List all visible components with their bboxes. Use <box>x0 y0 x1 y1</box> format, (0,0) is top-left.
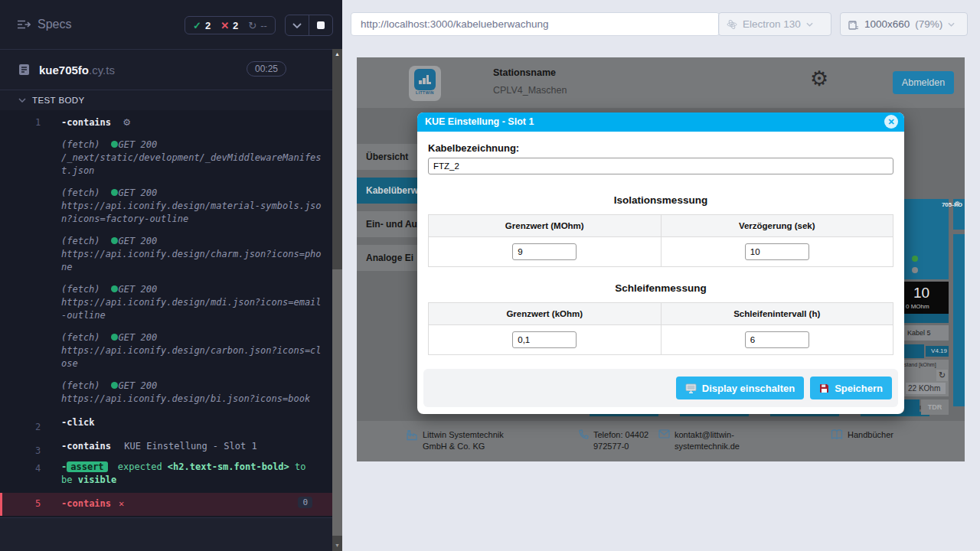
command-contains-failed[interactable]: 5 -contains✕ 0 <box>0 493 332 516</box>
modal-title: KUE Einstellung - Slot 1 <box>425 112 534 132</box>
grenzwert-mohm-input[interactable] <box>512 243 577 260</box>
littwin-logo-text: LITTWIN <box>409 90 441 95</box>
logout-button[interactable]: Abmelden <box>893 71 954 94</box>
chevron-down-icon <box>18 98 26 103</box>
browser-select[interactable]: Electron 130 <box>718 12 831 36</box>
scroll-down-arrow[interactable]: ▼ <box>332 540 342 551</box>
chevron-down-icon <box>948 22 955 27</box>
fetch-url: https://api.iconify.design/carbon.json?i… <box>61 345 322 369</box>
book-icon <box>831 429 843 439</box>
modal-footer: Display einschalten Speichern <box>423 369 898 407</box>
fetch-status: GET 200 <box>119 139 158 150</box>
test-body-toggle[interactable]: TEST BODY <box>0 90 332 110</box>
url-input[interactable] <box>351 12 720 36</box>
pending-count: -- <box>260 20 267 31</box>
fetch-log-entry[interactable]: (fetch)GET 200 https://api.iconify.desig… <box>61 331 325 370</box>
electron-icon <box>727 19 737 30</box>
fetch-url: https://api.iconify.design/bi.json?icons… <box>61 393 310 404</box>
settings-gear-icon[interactable]: ⚙ <box>810 67 828 90</box>
status-ok-dot <box>111 237 118 244</box>
display-value: 10 <box>913 285 929 302</box>
led-green <box>912 256 918 262</box>
schleifenintervall-h-input[interactable] <box>745 331 809 348</box>
resistance-label: stand [kOhm] <box>904 362 936 367</box>
nav-item-uebersicht[interactable]: Übersicht <box>357 144 417 170</box>
footer-company: Littwin Systemtechnik GmbH & Co. KG <box>406 429 516 452</box>
failed-x-icon: ✕ <box>119 498 124 509</box>
col-verzoegerung-sek: Verzögerung (sek) <box>661 215 893 236</box>
station-value: CPLV4_Maschen <box>493 85 567 96</box>
viewport-select[interactable]: 1000x660 (79%) <box>840 12 968 36</box>
resistance-panel: stand [kOhm] ↻ 22 KOhm <box>904 360 949 396</box>
save-floppy-icon <box>819 383 829 393</box>
card-tile <box>904 399 920 415</box>
status-ok-dot <box>111 189 118 196</box>
footer-email: kontakt@littwin-systemtechnik.de <box>658 429 748 452</box>
grenzwert-kohm-input[interactable] <box>512 331 577 348</box>
refresh-icon[interactable]: ↻ <box>936 370 948 381</box>
command-contains-1[interactable]: 1 -contains ⚙ <box>0 110 332 129</box>
assert-text: expected <box>118 461 162 472</box>
scroll-up-arrow[interactable]: ▲ <box>332 49 342 60</box>
command-click[interactable]: 2 -click <box>0 406 332 429</box>
schleifenmessung-title: Schleifenmessung <box>428 282 893 294</box>
col-grenzwert-kohm: Grenzwert (kOhm) <box>429 303 661 324</box>
scrollbar-thumb[interactable] <box>332 269 342 536</box>
command-contains-3[interactable]: 3 -contains KUE Einstellung - Slot 1 <box>0 429 332 453</box>
close-icon[interactable]: ✕ <box>884 115 898 129</box>
tdr-button[interactable]: TDR <box>921 399 949 415</box>
footer-phone-text: Telefon: 04402 972577-0 <box>593 429 664 452</box>
collapse-button[interactable] <box>286 15 309 35</box>
nav-item-kabelueberwachung[interactable]: Kabelüberw <box>357 178 417 204</box>
fetch-log-entry[interactable]: (fetch)GET 200 https://api.iconify.desig… <box>61 380 325 406</box>
fetch-url: https://api.iconify.design/material-symb… <box>61 201 322 224</box>
footer-manuals[interactable]: Handbücher <box>831 429 893 441</box>
fetch-status: GET 200 <box>119 236 158 246</box>
failed-x-icon: ✕ <box>220 20 229 31</box>
kue-slot-card: 705-FO ⚙ 10 0 MOhm Kabel 5 V4.19 stand [… <box>904 199 965 418</box>
nav-item-analoge-eingaenge[interactable]: Analoge Ei <box>357 245 417 271</box>
pending-restart-icon: ↻ <box>248 20 256 31</box>
measurement-display: 10 0 MOhm <box>904 282 949 314</box>
command-gear-icon[interactable]: ⚙ <box>122 117 131 128</box>
spec-row[interactable]: kue705fo.cy.ts 00:25 <box>0 50 332 90</box>
app-header: LITTWIN Stationsname CPLV4_Maschen ⚙ Abm… <box>357 57 965 108</box>
command-assert[interactable]: 4 -assert expected <h2.text-sm.font-bold… <box>0 453 314 487</box>
littwin-logo-icon <box>414 69 436 90</box>
fetch-log-entry[interactable]: (fetch)GET 200 https://api.iconify.desig… <box>61 187 325 226</box>
fetch-label: (fetch) <box>61 187 100 198</box>
chevron-down-icon <box>806 22 813 27</box>
reporter-header: Specs ✓ 2 ✕ 2 ↻ -- <box>0 0 342 50</box>
stop-button[interactable] <box>309 15 332 35</box>
viewport-size: 1000x660 <box>864 18 910 30</box>
display-unit: 0 MOhm <box>906 303 929 310</box>
kabel-button[interactable]: Kabel 5 <box>904 325 949 341</box>
status-ok-dot <box>111 334 118 341</box>
fetch-status: GET 200 <box>119 332 158 343</box>
assert-selector: <h2.text-sm.font-bold> <box>168 461 289 472</box>
kabelbezeichnung-label: Kabelbezeichnung: <box>428 142 893 154</box>
fetch-status: GET 200 <box>119 187 158 198</box>
assert-badge: assert <box>67 461 107 472</box>
footer-email-text: kontakt@littwin-systemtechnik.de <box>675 429 748 452</box>
specs-label: Specs <box>38 18 71 31</box>
spec-name-main: kue705fo <box>39 64 89 77</box>
reporter-scrollbar[interactable]: ▲ ▼ <box>332 49 342 551</box>
fetch-label: (fetch) <box>61 284 100 295</box>
fetch-log-entry[interactable]: (fetch)GET 200 https://api.iconify.desig… <box>61 235 325 274</box>
fetch-log-entry[interactable]: (fetch)GET 200 https://api.iconify.desig… <box>61 283 325 322</box>
speichern-label: Speichern <box>835 383 883 394</box>
footer-manuals-text: Handbücher <box>848 429 893 441</box>
specs-menu[interactable]: Specs <box>17 18 71 31</box>
nav-item-ein-ausgaenge[interactable]: Ein- und Au <box>357 211 417 237</box>
spec-name-ext: .cy.ts <box>89 64 115 77</box>
speichern-button[interactable]: Speichern <box>810 377 892 399</box>
display-einschalten-button[interactable]: Display einschalten <box>676 377 804 399</box>
card-gear-icon[interactable]: ⚙ <box>954 200 961 208</box>
command-log: 1 -contains ⚙ (fetch)GET 200 /_next/stat… <box>0 110 332 523</box>
passed-count: 2 <box>205 20 211 31</box>
fetch-log-entry[interactable]: (fetch)GET 200 /_next/static/development… <box>61 139 325 178</box>
verzoegerung-sek-input[interactable] <box>745 243 809 260</box>
status-ok-dot <box>111 382 118 389</box>
kabelbezeichnung-input[interactable] <box>428 158 893 174</box>
